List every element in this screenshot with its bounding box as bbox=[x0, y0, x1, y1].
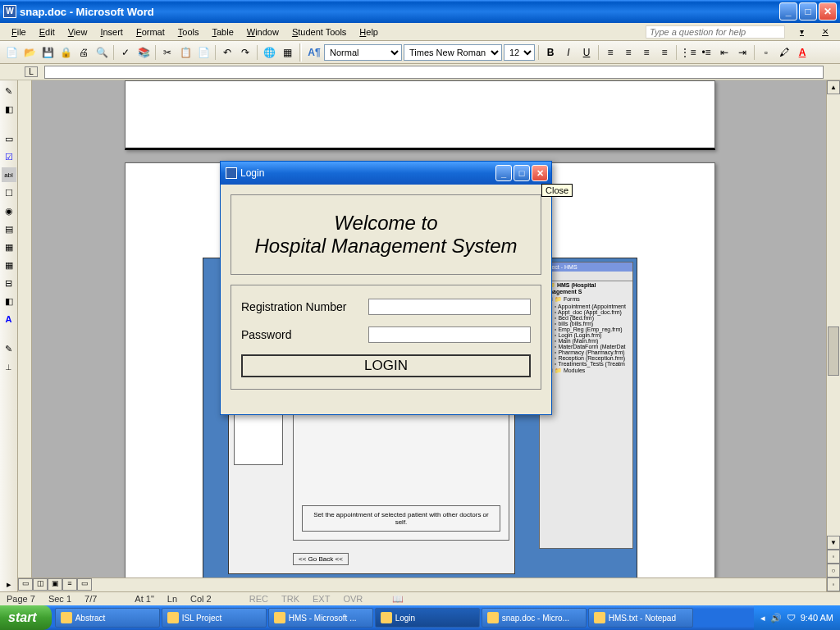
tool-icon[interactable]: abl bbox=[2, 167, 16, 182]
tool-icon[interactable]: ▦ bbox=[2, 240, 16, 254]
help-dropdown-icon[interactable]: ▾ bbox=[793, 25, 810, 38]
web-view-icon[interactable]: ◫ bbox=[33, 578, 48, 591]
doc-close-button[interactable]: ✕ bbox=[815, 25, 835, 38]
status-trk[interactable]: TRK bbox=[281, 594, 299, 604]
tool-icon[interactable]: ☑ bbox=[2, 149, 16, 164]
login-button[interactable]: LOGIN bbox=[241, 354, 531, 377]
menu-edit[interactable]: Edit bbox=[33, 25, 62, 39]
redo-icon[interactable]: ↷ bbox=[237, 44, 253, 61]
close-button[interactable]: ✕ bbox=[819, 2, 837, 21]
next-page-icon[interactable]: ◦ bbox=[827, 578, 840, 591]
align-left-icon[interactable]: ≡ bbox=[602, 44, 619, 61]
taskbar-item[interactable]: HMS - Microsoft ... bbox=[268, 608, 373, 628]
print-icon[interactable]: 🖨 bbox=[75, 44, 92, 61]
taskbar-item[interactable]: snap.doc - Micro... bbox=[482, 608, 587, 628]
vertical-scrollbar[interactable]: ▲ ▼ ◦ ○ ◦ bbox=[826, 80, 840, 591]
maximize-button[interactable]: □ bbox=[799, 2, 817, 21]
taskbar-item[interactable]: HMS.txt - Notepad bbox=[588, 608, 693, 628]
tool-icon[interactable]: ◧ bbox=[2, 294, 16, 308]
border-icon[interactable]: ▫ bbox=[758, 44, 774, 61]
decrease-indent-icon[interactable]: ⇤ bbox=[716, 44, 733, 61]
login-titlebar[interactable]: Login _ □ ✕ bbox=[221, 162, 551, 185]
spell-check-icon[interactable]: ✓ bbox=[117, 44, 134, 61]
password-input[interactable] bbox=[368, 326, 531, 343]
menu-tools[interactable]: Tools bbox=[171, 25, 206, 39]
prev-page-icon[interactable]: ◦ bbox=[827, 550, 840, 564]
minimize-button[interactable]: _ bbox=[779, 2, 797, 21]
hyperlink-icon[interactable]: 🌐 bbox=[261, 44, 277, 61]
status-spell-icon[interactable]: 📖 bbox=[392, 594, 404, 605]
cut-icon[interactable]: ✂ bbox=[159, 44, 176, 61]
status-rec[interactable]: REC bbox=[249, 594, 268, 604]
scroll-down-icon[interactable]: ▼ bbox=[827, 536, 840, 550]
tab-selector[interactable]: L bbox=[25, 66, 38, 77]
login-minimize-button[interactable]: _ bbox=[495, 165, 512, 181]
taskbar-item[interactable]: Abstract bbox=[55, 608, 160, 628]
tray-icon[interactable]: ◂ bbox=[760, 613, 765, 623]
login-maximize-button[interactable]: □ bbox=[514, 165, 530, 181]
tool-icon[interactable]: A bbox=[2, 312, 16, 326]
tool-icon[interactable]: ✎ bbox=[2, 341, 16, 356]
print-preview-icon[interactable]: 🔍 bbox=[94, 44, 110, 61]
style-selector[interactable]: Normal bbox=[324, 44, 402, 61]
normal-view-icon[interactable]: ▭ bbox=[18, 578, 33, 591]
permission-icon[interactable]: 🔒 bbox=[57, 44, 74, 61]
bullet-list-icon[interactable]: •≡ bbox=[698, 44, 714, 61]
taskbar-item[interactable]: ISL Project bbox=[162, 608, 267, 628]
font-selector[interactable]: Times New Roman bbox=[404, 44, 502, 61]
reading-view-icon[interactable]: ▭ bbox=[77, 578, 92, 591]
tables-icon[interactable]: ▦ bbox=[279, 44, 295, 61]
system-tray[interactable]: ◂ 🔊 🛡 9:40 AM bbox=[754, 605, 840, 630]
menu-format[interactable]: Format bbox=[130, 25, 171, 39]
tool-icon[interactable]: ◉ bbox=[2, 203, 16, 218]
start-button[interactable]: start bbox=[0, 605, 52, 630]
increase-indent-icon[interactable]: ⇥ bbox=[734, 44, 751, 61]
styles-icon[interactable]: A¶ bbox=[306, 44, 322, 61]
outline-view-icon[interactable]: ≡ bbox=[62, 578, 77, 591]
scroll-up-icon[interactable]: ▲ bbox=[827, 80, 840, 94]
tool-icon[interactable]: ☐ bbox=[2, 185, 16, 200]
horizontal-scrollbar[interactable]: ▭ ◫ ▣ ≡ ▭ bbox=[18, 578, 826, 591]
font-color-icon[interactable]: A bbox=[794, 44, 810, 61]
paste-icon[interactable]: 📄 bbox=[195, 44, 212, 61]
tool-icon[interactable]: ▭ bbox=[2, 131, 16, 146]
tool-icon[interactable]: ◧ bbox=[2, 102, 16, 116]
tool-icon[interactable]: ⊟ bbox=[2, 276, 16, 290]
tray-icon[interactable]: 🔊 bbox=[770, 613, 782, 623]
select-browse-icon[interactable]: ○ bbox=[827, 564, 840, 578]
tray-icon[interactable]: 🛡 bbox=[787, 613, 796, 623]
research-icon[interactable]: 📚 bbox=[135, 44, 152, 61]
bold-icon[interactable]: B bbox=[542, 44, 559, 61]
vertical-ruler[interactable] bbox=[18, 80, 32, 578]
login-close-button[interactable]: ✕ bbox=[532, 165, 548, 181]
tool-icon[interactable]: ⟂ bbox=[2, 359, 16, 374]
tool-arrow-icon[interactable]: ▸ bbox=[2, 577, 16, 591]
tool-icon[interactable]: ▦ bbox=[2, 258, 16, 272]
new-doc-icon[interactable]: 📄 bbox=[3, 44, 20, 61]
tray-clock[interactable]: 9:40 AM bbox=[801, 613, 833, 623]
save-icon[interactable]: 💾 bbox=[39, 44, 56, 61]
highlight-icon[interactable]: 🖍 bbox=[776, 44, 792, 61]
status-ovr[interactable]: OVR bbox=[343, 594, 363, 604]
font-size-selector[interactable]: 12 bbox=[504, 44, 535, 61]
copy-icon[interactable]: 📋 bbox=[177, 44, 194, 61]
menu-insert[interactable]: Insert bbox=[94, 25, 130, 39]
justify-icon[interactable]: ≡ bbox=[656, 44, 673, 61]
align-right-icon[interactable]: ≡ bbox=[638, 44, 655, 61]
undo-icon[interactable]: ↶ bbox=[219, 44, 235, 61]
underline-icon[interactable]: U bbox=[578, 44, 595, 61]
menu-help[interactable]: Help bbox=[353, 25, 385, 39]
scroll-thumb[interactable] bbox=[828, 326, 839, 376]
menu-file[interactable]: File bbox=[5, 25, 33, 39]
status-ext[interactable]: EXT bbox=[313, 594, 330, 604]
italic-icon[interactable]: I bbox=[560, 44, 577, 61]
menu-window[interactable]: Window bbox=[240, 25, 285, 39]
print-view-icon[interactable]: ▣ bbox=[48, 578, 62, 591]
tool-icon[interactable]: ✎ bbox=[2, 84, 16, 98]
taskbar-item[interactable]: Login bbox=[375, 608, 480, 628]
open-icon[interactable]: 📂 bbox=[21, 44, 38, 61]
align-center-icon[interactable]: ≡ bbox=[620, 44, 637, 61]
menu-table[interactable]: Table bbox=[205, 25, 240, 39]
menu-view[interactable]: View bbox=[62, 25, 94, 39]
menu-student-tools[interactable]: Student Tools bbox=[285, 25, 353, 39]
